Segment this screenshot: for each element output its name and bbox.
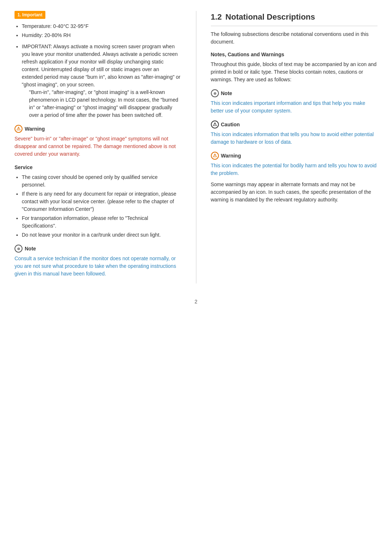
list-item: Do not leave your monitor in a car/trunk… — [22, 231, 181, 239]
note-header-right: ⊜ Note — [211, 89, 378, 97]
service-list: The casing cover should be opened only b… — [15, 173, 181, 239]
page-container: 1. Important Temperature: 0-40°C 32-95°F… — [15, 11, 377, 283]
service-heading: Service — [15, 164, 181, 171]
page-number: 2 — [15, 298, 377, 306]
note-block-right: ⊜ Note This icon indicates important inf… — [211, 89, 378, 115]
top-bullet-list: Temperature: 0-40°C 32-95°F Humidity: 20… — [15, 23, 181, 39]
caution-header-right: ⚠ Caution — [211, 120, 378, 128]
note-text-right: This icon indicates important informatio… — [211, 99, 378, 115]
subheading-text: Throughout this guide, blocks of text ma… — [211, 61, 378, 83]
warning-icon-1: ⚠ — [15, 125, 23, 133]
warning-label-right: Warning — [221, 152, 241, 160]
warning-block-right: ⚠ Warning This icon indicates the potent… — [211, 152, 378, 204]
warning-text-right-1: This icon indicates the potential for bo… — [211, 162, 378, 177]
note-text-1: Consult a service technician if the moni… — [15, 255, 181, 278]
caution-block-right: ⚠ Caution This icon indicates informatio… — [211, 120, 378, 146]
left-column: 1. Important Temperature: 0-40°C 32-95°F… — [15, 11, 181, 283]
warning-block-1: ⚠ Warning Severe" burn-in" or "after-ima… — [15, 125, 181, 158]
section-title: 1.2 Notational Descriptions — [211, 11, 378, 26]
list-item: Humidity: 20-80% RH — [22, 32, 181, 39]
list-item: The casing cover should be opened only b… — [22, 173, 181, 189]
section-title-text: Notational Descriptions — [225, 11, 315, 23]
important-text: IMPORTANT: Always activate a moving scre… — [22, 44, 180, 87]
warning-header-1: ⚠ Warning — [15, 125, 181, 133]
list-item: If there is any need for any document fo… — [22, 190, 181, 213]
list-item: Temperature: 0-40°C 32-95°F — [22, 23, 181, 30]
caution-text-right: This icon indicates information that tel… — [211, 131, 378, 146]
note-block-1: ⊜ Note Consult a service technician if t… — [15, 245, 181, 278]
warning-text-1: Severe" burn-in" or "after-image" or "gh… — [15, 135, 181, 158]
important-list: IMPORTANT: Always activate a moving scre… — [15, 43, 181, 119]
list-item: For transportation information, please r… — [22, 214, 181, 230]
note-icon-1: ⊜ — [15, 245, 23, 253]
burn-in-note: "Burn-in", "after-imaging", or "ghost im… — [29, 89, 181, 119]
important-tag: 1. Important — [15, 11, 45, 19]
warning-label-1: Warning — [25, 125, 45, 133]
warning-icon-right: ⚠ — [211, 152, 219, 160]
note-icon-right: ⊜ — [211, 89, 219, 97]
note-label-right: Note — [221, 90, 232, 97]
note-label-1: Note — [25, 245, 36, 253]
important-item: IMPORTANT: Always activate a moving scre… — [22, 43, 181, 119]
caution-label-right: Caution — [221, 121, 240, 128]
warning-text-right-2: Some warnings may appear in alternate fo… — [211, 181, 378, 204]
warning-header-right: ⚠ Warning — [211, 152, 378, 160]
section-num: 1.2 — [211, 11, 222, 23]
note-header-1: ⊜ Note — [15, 245, 181, 253]
intro-text: The following subsections describe notat… — [211, 30, 378, 46]
right-column: 1.2 Notational Descriptions The followin… — [196, 11, 378, 283]
caution-icon-right: ⚠ — [211, 120, 219, 128]
notes-cautions-heading: Notes, Cautions and Warnings — [211, 51, 378, 58]
